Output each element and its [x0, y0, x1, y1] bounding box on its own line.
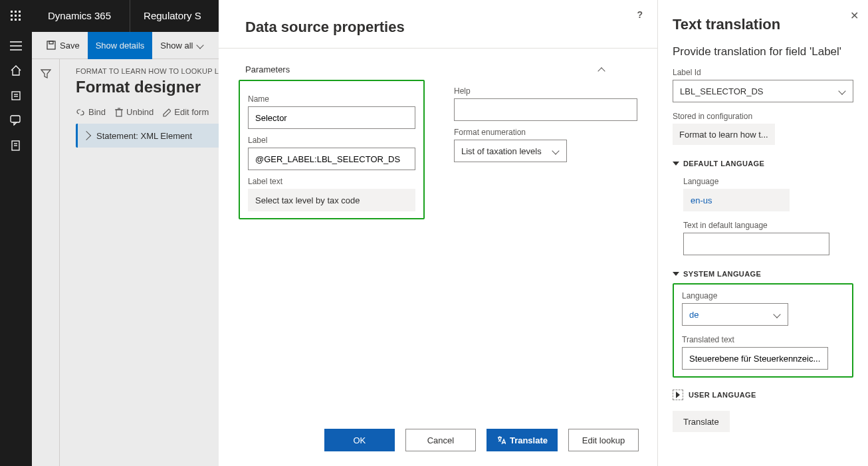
save-button[interactable]: Save [39, 32, 88, 59]
bind-label: Bind [88, 107, 106, 117]
enum-selected: List of taxation levels [461, 146, 542, 156]
app-launcher-icon[interactable] [0, 0, 32, 32]
name-input-text[interactable] [255, 113, 408, 123]
enum-field-group: Format enumeration List of taxation leve… [454, 128, 637, 162]
save-label: Save [60, 41, 80, 51]
doc-icon[interactable] [11, 140, 21, 154]
default-language-section[interactable]: DEFAULT LANGUAGE [673, 160, 853, 168]
save-icon [47, 41, 56, 50]
translate-icon [496, 435, 506, 445]
default-text-input[interactable] [683, 233, 829, 255]
translated-text-group: Translated text [682, 335, 844, 370]
default-text-label: Text in default language [683, 221, 853, 230]
cancel-label: Cancel [427, 435, 454, 445]
translated-text-label: Translated text [682, 335, 844, 344]
svg-rect-4 [15, 15, 17, 17]
highlighted-parameter-group: Name Label Label text Select tax level b… [239, 80, 425, 219]
labelid-value: LBL_SELECTOR_DS [680, 86, 764, 96]
left-nav-rail [0, 32, 32, 466]
pencil-icon [163, 108, 171, 117]
show-all-label: Show all [160, 41, 193, 51]
svg-rect-8 [19, 19, 21, 21]
labelid-select[interactable]: LBL_SELECTOR_DS [673, 80, 853, 102]
panel-title-text: Data source properties [245, 19, 405, 35]
system-lang-label: Language [682, 291, 844, 300]
label-input-text[interactable] [255, 154, 408, 164]
help-label: Help [454, 86, 637, 96]
edit-formula-button[interactable]: Edit form [163, 107, 209, 117]
label-text-label: Label text [248, 177, 415, 186]
system-language-highlight-box: Language de Translated text [673, 283, 853, 378]
translation-title: Text translation [673, 16, 853, 33]
chevron-down-icon [552, 147, 559, 154]
help-field-group: Help [454, 86, 637, 121]
help-input[interactable] [454, 98, 637, 121]
name-input[interactable] [248, 106, 415, 129]
format-enumeration-select[interactable]: List of taxation levels [454, 140, 567, 162]
svg-rect-3 [11, 15, 13, 17]
parameters-grid: Name Label Label text Select tax level b… [219, 74, 657, 233]
tree-node-label: Statement: XML Element [96, 131, 192, 141]
app-name[interactable]: Dynamics 365 [32, 0, 130, 32]
funnel-icon[interactable] [41, 68, 51, 466]
edit-lookup-button[interactable]: Edit lookup [568, 429, 639, 451]
show-details-label: Show details [96, 41, 145, 51]
user-lang-expand-box [673, 390, 683, 400]
bind-button[interactable]: Bind [76, 107, 106, 117]
system-language-section[interactable]: SYSTEM LANGUAGE [673, 270, 853, 278]
svg-rect-15 [11, 116, 20, 122]
ok-button[interactable]: OK [324, 429, 395, 451]
unbind-label: Unbind [126, 107, 154, 117]
panel-title: Data source properties ? [219, 0, 657, 49]
labelid-field-group: Label Id LBL_SELECTOR_DS [673, 68, 853, 102]
svg-rect-21 [116, 110, 122, 116]
chevron-down-icon [773, 310, 780, 318]
close-icon[interactable]: ✕ [850, 9, 859, 22]
ok-label: OK [354, 435, 366, 445]
home-icon[interactable] [10, 64, 22, 78]
translate-label: Translate [510, 435, 548, 445]
chat-icon[interactable] [10, 115, 22, 128]
label-text-readonly: Select tax level by tax code [248, 189, 415, 211]
translated-text-input-text[interactable] [689, 354, 821, 364]
cancel-button[interactable]: Cancel [405, 429, 476, 451]
translate-action-button[interactable]: Translate [673, 411, 730, 432]
show-all-dropdown[interactable]: Show all [152, 32, 211, 59]
trash-icon [115, 108, 123, 117]
svg-rect-7 [15, 19, 17, 21]
default-lang-value-field[interactable]: en-us [683, 189, 790, 211]
right-parameter-column: Help Format enumeration List of taxation… [451, 80, 637, 219]
name-field-group: Name [248, 94, 415, 129]
svg-rect-1 [15, 11, 17, 13]
default-text-input-text[interactable] [691, 239, 822, 249]
enum-label: Format enumeration [454, 128, 637, 137]
triangle-down-icon [673, 162, 679, 166]
unbind-button[interactable]: Unbind [115, 107, 154, 117]
show-details-button[interactable]: Show details [88, 32, 153, 59]
chevron-up-icon [597, 67, 605, 74]
translated-text-input[interactable] [682, 347, 828, 370]
svg-rect-5 [19, 15, 21, 17]
stored-value: Format to learn how t... [673, 124, 775, 145]
system-lang-select[interactable]: de [682, 303, 788, 326]
list-icon[interactable] [11, 90, 21, 103]
data-source-properties-panel: Data source properties ? Parameters Name… [219, 0, 657, 466]
name-label: Name [248, 94, 415, 104]
help-input-text[interactable] [461, 105, 630, 115]
user-language-section[interactable]: USER LANGUAGE [673, 390, 853, 400]
link-icon [76, 108, 85, 117]
label-input[interactable] [248, 148, 415, 170]
default-lang-value: en-us [691, 195, 712, 205]
translation-subtitle: Provide translation for field 'Label' [673, 45, 853, 58]
caret-right-icon [82, 131, 91, 140]
system-language-header: SYSTEM LANGUAGE [683, 270, 761, 278]
hamburger-icon[interactable] [10, 41, 22, 53]
triangle-right-icon [676, 392, 680, 398]
filter-column [32, 59, 60, 466]
help-icon[interactable]: ? [637, 9, 643, 20]
page-name[interactable]: Regulatory S [130, 0, 215, 32]
label-text-value: Select tax level by tax code [255, 195, 360, 205]
svg-rect-6 [11, 19, 13, 21]
translate-button[interactable]: Translate [487, 429, 558, 451]
parameters-section-header[interactable]: Parameters [219, 49, 657, 74]
